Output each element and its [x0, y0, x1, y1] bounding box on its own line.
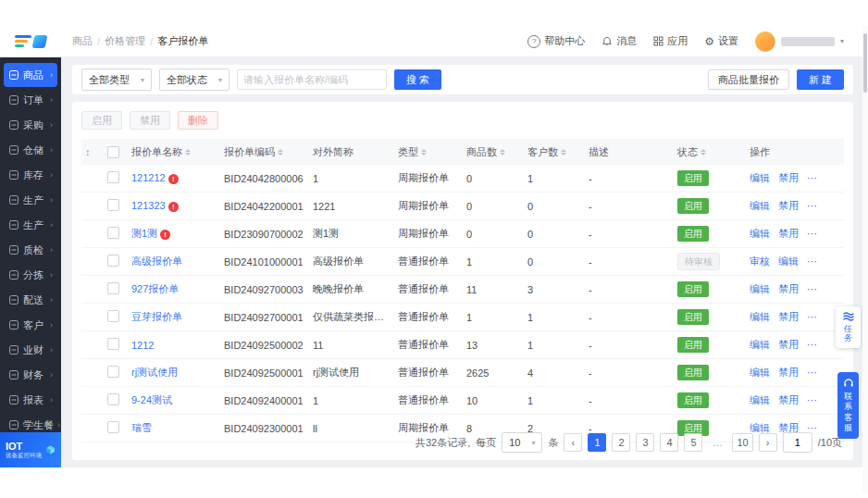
row-checkbox[interactable]	[107, 199, 119, 211]
task-float-button[interactable]: 任务	[836, 306, 861, 348]
sidebar-item-quality[interactable]: 质检 ›	[4, 238, 57, 262]
sidebar-item-production-1[interactable]: 生产 ›	[4, 188, 57, 212]
sidebar-item-inventory[interactable]: 库存 ›	[4, 163, 57, 187]
messages-button[interactable]: 消息	[601, 34, 637, 48]
quotation-name-link[interactable]: 121212	[131, 172, 166, 183]
page-button[interactable]: 5	[684, 433, 702, 452]
row-action-link[interactable]: 编辑	[778, 255, 799, 267]
new-button[interactable]: 新 建	[797, 69, 844, 90]
row-action-link[interactable]: 禁用	[778, 200, 799, 211]
sort-icon[interactable]	[421, 149, 427, 156]
expand-all-icon[interactable]: ↕	[85, 146, 91, 157]
search-button[interactable]: 搜 索	[394, 69, 441, 90]
quotation-name-link[interactable]: 1212	[131, 340, 154, 351]
sidebar-item-reports[interactable]: 报表 ›	[4, 388, 57, 412]
sidebar-item-purchase[interactable]: 采购 ›	[4, 113, 57, 137]
bulk-quote-button[interactable]: 商品批量报价	[708, 69, 789, 90]
column-header[interactable]: 状态	[674, 145, 746, 159]
row-checkbox[interactable]	[107, 366, 119, 378]
scrollbar-thumb[interactable]	[863, 33, 867, 93]
contact-service-button[interactable]: 联系客服	[837, 372, 859, 439]
row-action-link[interactable]: 编辑	[750, 200, 770, 211]
more-actions-icon[interactable]: ⋯	[807, 367, 818, 378]
sidebar-item-products[interactable]: 商品 ›	[4, 63, 57, 87]
sidebar-item-production-2[interactable]: 生产 ›	[4, 213, 57, 237]
row-action-link[interactable]: 禁用	[778, 228, 799, 239]
breadcrumb-price-management[interactable]: 价格管理	[105, 34, 145, 48]
row-checkbox[interactable]	[107, 282, 119, 294]
page-button[interactable]: 1	[588, 433, 606, 452]
quotation-name-link[interactable]: 瑞雪	[131, 422, 152, 433]
search-input[interactable]	[237, 69, 387, 90]
more-actions-icon[interactable]: ⋯	[807, 172, 818, 183]
page-button[interactable]: 10	[732, 433, 752, 452]
row-action-link[interactable]: 编辑	[750, 283, 770, 294]
row-action-link[interactable]: 审核	[750, 255, 770, 267]
page-button[interactable]: 3	[636, 433, 654, 452]
more-actions-icon[interactable]: ⋯	[807, 339, 818, 350]
sidebar-item-finance[interactable]: 财务 ›	[4, 363, 57, 387]
prev-page-button[interactable]: ‹	[564, 433, 582, 452]
help-center-button[interactable]: ? 帮助中心	[527, 34, 585, 48]
column-header[interactable]: 报价单编码	[220, 145, 309, 159]
column-header[interactable]: 对外简称	[309, 145, 394, 159]
sidebar-item-student-meals[interactable]: 学生餐 ›	[4, 413, 57, 432]
row-action-link[interactable]: 禁用	[778, 172, 799, 183]
iot-footer[interactable]: IOT 设备监控环境	[0, 432, 61, 467]
quotation-name-link[interactable]: 121323	[131, 200, 166, 211]
sidebar-item-delivery[interactable]: 配送 ›	[4, 288, 57, 312]
row-action-link[interactable]: 编辑	[750, 311, 770, 322]
more-actions-icon[interactable]: ⋯	[807, 255, 818, 267]
column-header[interactable]: 客户数	[524, 145, 585, 159]
column-header[interactable]: 类型	[394, 145, 463, 159]
row-action-link[interactable]: 编辑	[750, 367, 770, 378]
breadcrumb-products[interactable]: 商品	[72, 34, 93, 48]
sidebar-item-customers[interactable]: 客户 ›	[4, 313, 57, 337]
row-action-link[interactable]: 禁用	[778, 311, 799, 322]
sidebar-item-warehouse[interactable]: 仓储 ›	[4, 138, 57, 162]
user-menu[interactable]: ▾	[755, 31, 844, 52]
column-header[interactable]: 操作	[746, 145, 844, 159]
column-header[interactable]: 报价单名称	[128, 145, 220, 159]
row-action-link[interactable]: 禁用	[778, 367, 799, 378]
row-action-link[interactable]: 禁用	[778, 394, 799, 405]
row-action-link[interactable]: 禁用	[778, 283, 799, 294]
next-page-button[interactable]: ›	[759, 433, 777, 452]
row-action-link[interactable]: 禁用	[778, 339, 799, 350]
row-action-link[interactable]: 编辑	[750, 394, 770, 405]
quotation-name-link[interactable]: 高级报价单	[131, 255, 182, 267]
sidebar-item-sorting[interactable]: 分拣 ›	[4, 263, 57, 287]
settings-button[interactable]: ⚙ 设置	[704, 34, 738, 48]
quotation-name-link[interactable]: 豆芽报价单	[131, 311, 182, 322]
status-select[interactable]: 全部状态 ▾	[159, 68, 229, 91]
page-button[interactable]: 4	[660, 433, 678, 452]
sort-icon[interactable]	[185, 149, 191, 156]
quotation-name-link[interactable]: 927报价单	[131, 283, 179, 294]
select-all-checkbox[interactable]	[107, 146, 119, 158]
disable-button[interactable]: 禁用	[130, 111, 170, 130]
row-action-link[interactable]: 编辑	[750, 228, 770, 239]
sort-icon[interactable]	[500, 149, 505, 156]
row-checkbox[interactable]	[107, 255, 119, 267]
type-select[interactable]: 全部类型 ▾	[81, 68, 152, 91]
sidebar-item-orders[interactable]: 订单 ›	[4, 88, 57, 112]
page-button[interactable]: 2	[612, 433, 630, 452]
row-checkbox[interactable]	[107, 393, 119, 405]
jump-page-input[interactable]	[783, 432, 812, 453]
row-checkbox[interactable]	[107, 310, 119, 322]
sort-icon[interactable]	[278, 149, 283, 156]
sidebar-item-business-finance[interactable]: 业财 ›	[4, 338, 57, 362]
enable-button[interactable]: 启用	[81, 111, 122, 130]
delete-button[interactable]: 删除	[178, 111, 218, 130]
column-header[interactable]: 描述	[585, 145, 674, 159]
row-action-link[interactable]: 编辑	[750, 339, 770, 350]
more-actions-icon[interactable]: ⋯	[807, 200, 818, 211]
sort-icon[interactable]	[701, 149, 706, 156]
more-actions-icon[interactable]: ⋯	[807, 228, 818, 239]
more-actions-icon[interactable]: ⋯	[807, 311, 818, 322]
row-action-link[interactable]: 编辑	[750, 172, 770, 183]
quotation-name-link[interactable]: rj测试使用	[131, 367, 178, 378]
row-checkbox[interactable]	[107, 227, 119, 239]
row-checkbox[interactable]	[107, 171, 119, 183]
more-actions-icon[interactable]: ⋯	[807, 394, 818, 405]
